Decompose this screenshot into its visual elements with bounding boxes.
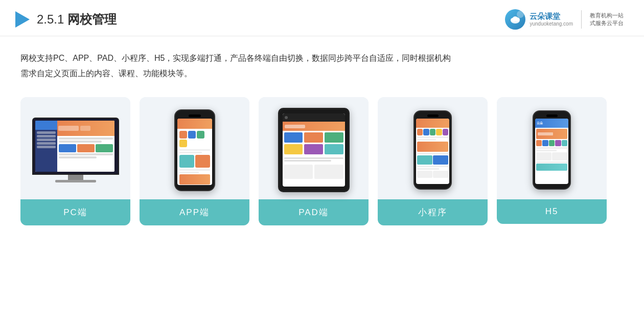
brand-domain: yunduoketang.com bbox=[530, 21, 573, 27]
cards-row: PC端 bbox=[20, 97, 624, 225]
mini-phone-mockup bbox=[413, 110, 452, 190]
divider bbox=[581, 10, 582, 29]
card-pad-image bbox=[259, 97, 369, 199]
mini-screen-header bbox=[416, 119, 449, 128]
cloud-icon bbox=[510, 14, 521, 25]
header-right: 云朵课堂 yunduoketang.com 教育机构一站 式服务云平台 bbox=[505, 9, 624, 30]
card-h5-image: 云朵 bbox=[497, 97, 607, 199]
pc-main bbox=[57, 121, 114, 172]
page-title: 2.5.1 网校管理 bbox=[37, 11, 117, 28]
brand-name: 云朵课堂 bbox=[530, 12, 573, 21]
card-pad: PAD端 bbox=[259, 97, 369, 225]
card-app-image bbox=[140, 97, 249, 199]
card-app-label: APP端 bbox=[140, 199, 249, 225]
card-pc: PC端 bbox=[20, 97, 130, 225]
brand-logo: 云朵课堂 yunduoketang.com bbox=[505, 9, 573, 30]
card-h5-label: H5 bbox=[497, 199, 607, 224]
card-pc-label: PC端 bbox=[20, 199, 130, 225]
header-left: 2.5.1 网校管理 bbox=[15, 11, 117, 28]
app-phone-mockup bbox=[174, 109, 215, 191]
card-app: APP端 bbox=[140, 97, 249, 225]
mini-phone-notch bbox=[427, 114, 439, 117]
pc-screen bbox=[35, 121, 114, 172]
card-pad-label: PAD端 bbox=[259, 199, 369, 225]
card-h5: 云朵 bbox=[497, 97, 607, 224]
h5-phone-notch bbox=[546, 114, 558, 117]
card-pc-image bbox=[20, 97, 130, 199]
page: 2.5.1 网校管理 云朵课堂 yunduoketang.com bbox=[0, 0, 644, 322]
logo-triangle-icon bbox=[15, 11, 30, 28]
h5-phone-screen: 云朵 bbox=[535, 119, 568, 184]
brand-slogan-line2: 式服务云平台 bbox=[590, 19, 624, 27]
content: 网校支持PC、APP、PAD、小程序、H5，实现多端打通，产品各终端自由切换，数… bbox=[0, 36, 644, 236]
header: 2.5.1 网校管理 云朵课堂 yunduoketang.com bbox=[0, 0, 644, 36]
pc-sidebar bbox=[35, 121, 57, 172]
pc-stand bbox=[32, 175, 119, 182]
card-mini: 小程序 bbox=[378, 97, 488, 225]
brand-text: 云朵课堂 yunduoketang.com bbox=[530, 12, 573, 27]
pad-mockup bbox=[278, 108, 350, 192]
phone-header bbox=[177, 119, 212, 129]
svg-point-3 bbox=[513, 16, 518, 20]
description: 网校支持PC、APP、PAD、小程序、H5，实现多端打通，产品各终端自由切换，数… bbox=[20, 51, 624, 82]
pad-screen bbox=[283, 113, 345, 187]
phone-screen bbox=[177, 119, 212, 185]
brand-slogan-line1: 教育机构一站 bbox=[590, 12, 624, 19]
phone-content bbox=[177, 129, 212, 185]
card-mini-image bbox=[378, 97, 488, 199]
description-line2: 需求自定义页面上的内容、课程、功能模块等。 bbox=[20, 69, 192, 78]
phone-notch bbox=[189, 114, 201, 117]
brand-slogan: 教育机构一站 式服务云平台 bbox=[590, 12, 624, 28]
mini-phone-screen bbox=[416, 119, 449, 184]
card-mini-label: 小程序 bbox=[378, 199, 488, 225]
brand-icon bbox=[505, 9, 525, 30]
h5-phone-mockup: 云朵 bbox=[533, 110, 571, 190]
pc-screen-wrapper bbox=[32, 118, 119, 175]
description-line1: 网校支持PC、APP、PAD、小程序、H5，实现多端打通，产品各终端自由切换，数… bbox=[20, 54, 451, 62]
pc-mockup bbox=[32, 118, 119, 182]
